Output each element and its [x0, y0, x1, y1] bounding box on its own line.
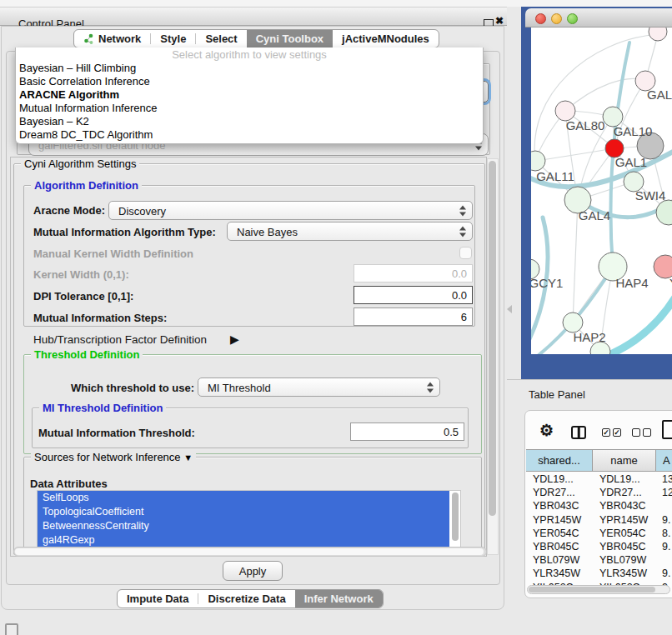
network-node-y[interactable] — [654, 255, 672, 278]
node-label-gal80: GAL80 — [566, 118, 605, 132]
table-cell: YER054C — [525, 527, 593, 540]
sources-collapse-icon[interactable]: ▼ — [183, 452, 193, 462]
hub-definition-label: Hub/Transcription Factor Definition — [33, 333, 207, 346]
kernel-width-value: 0.0 — [452, 268, 467, 280]
table-row[interactable]: YER054CYER054C8. — [525, 527, 672, 540]
mi-threshold-label: Mutual Information Threshold: — [38, 427, 195, 439]
table-panel-card: ⚙ ✓ ✓ shared... name A YDL19...YDL19...1… — [524, 410, 672, 598]
apply-button[interactable]: Apply — [223, 561, 283, 581]
attribute-item-selfloops[interactable]: SelfLoops — [38, 491, 449, 505]
tab-jactivemnodules[interactable]: jActiveMNodules — [333, 30, 439, 48]
manual-kernel-width-checkbox[interactable] — [459, 247, 472, 259]
gear-icon[interactable]: ⚙ — [539, 421, 554, 440]
mi-steps-value: 6 — [461, 311, 467, 323]
node-label-gal11: GAL11 — [536, 169, 574, 183]
checked-box-icon[interactable]: ✓ — [602, 428, 610, 437]
table-cell: YBR043C — [593, 499, 656, 512]
tab-cyni-toolbox[interactable]: Cyni Toolbox — [247, 30, 333, 48]
minimize-traffic-light-icon[interactable] — [551, 13, 562, 24]
node-label-gal: GAL — [647, 88, 672, 102]
unchecked-box-icon[interactable] — [632, 428, 640, 437]
tab-cyni-toolbox-label: Cyni Toolbox — [256, 32, 323, 45]
tab-infer-network-label: Infer Network — [304, 592, 374, 605]
network-window-titlebar[interactable] — [525, 8, 672, 28]
data-attributes-label: Data Attributes — [30, 478, 108, 490]
column-header-name[interactable]: name — [593, 449, 656, 472]
which-threshold-combo[interactable]: MI Threshold — [198, 378, 440, 397]
hub-expander-icon[interactable]: ▶ — [230, 332, 239, 346]
panel-divider — [507, 379, 672, 380]
column-header-shared-name[interactable]: shared... — [526, 449, 593, 472]
column-header-partial[interactable]: A — [656, 449, 672, 472]
network-edge — [535, 148, 614, 161]
table-cell — [656, 499, 672, 512]
combo-stepper-icon — [459, 226, 466, 237]
column-header-label: A — [663, 454, 670, 467]
zoom-traffic-light-icon[interactable] — [567, 13, 578, 24]
table-row[interactable]: YBR043CYBR043C — [525, 499, 672, 512]
table-row[interactable]: YDR27...YDR27...12 — [525, 486, 672, 499]
attribute-item-gal4rgexp[interactable]: gal4RGexp — [38, 533, 449, 548]
kernel-width-field[interactable]: 0.0 — [354, 264, 473, 282]
mi-algorithm-type-combo[interactable]: Naive Bayes — [227, 222, 473, 241]
attribute-item-betweennesscentrality[interactable]: BetweennessCentrality — [38, 519, 449, 533]
apply-button-label: Apply — [239, 565, 267, 578]
minimized-panel-icon[interactable] — [5, 623, 18, 635]
vertical-scrollbar-thumb[interactable] — [489, 161, 496, 516]
tab-style-label: Style — [160, 32, 186, 45]
table-cell: YDR27... — [593, 486, 656, 499]
checked-box-icon[interactable]: ✓ — [613, 428, 621, 437]
network-canvas[interactable]: GALGAL80GAL10GAL1GAL11SWI4GAL4GCY1HAP4YH… — [531, 28, 672, 354]
table-cell: 9. — [656, 513, 672, 527]
algorithm-option-bayesian-k2[interactable]: Bayesian – K2 — [16, 115, 483, 128]
dpi-tolerance-field[interactable]: 0.0 — [354, 286, 473, 304]
algorithm-option-basic-correlation-inference[interactable]: Basic Correlation Inference — [16, 75, 483, 88]
unchecked-box-icon[interactable] — [643, 428, 651, 437]
tab-discretize-data[interactable]: Discretize Data — [198, 590, 294, 608]
control-panel-tabbar: Network Style Select Cyni Toolbox jActiv… — [73, 29, 439, 48]
table-row[interactable]: YLR345WYLR345W9. — [525, 567, 672, 580]
algorithm-option-bayesian-hill-climbing[interactable]: Bayesian – Hill Climbing — [16, 62, 483, 75]
bottom-tabbar: Impute Data Discretize Data Infer Networ… — [117, 589, 384, 608]
tab-infer-network[interactable]: Infer Network — [295, 590, 383, 608]
close-traffic-light-icon[interactable] — [535, 13, 546, 24]
tab-impute-data[interactable]: Impute Data — [118, 590, 198, 608]
algorithm-definition-title: Algorithm Definition — [31, 179, 142, 192]
tab-select-label: Select — [205, 32, 237, 45]
mi-threshold-field[interactable]: 0.5 — [350, 422, 464, 441]
table-cell: YBR043C — [525, 499, 593, 512]
node-table[interactable]: YDL19...YDL19...13YDR27...YDR27...12YBR0… — [525, 472, 672, 586]
mi-steps-field[interactable]: 6 — [354, 308, 473, 326]
aracne-mode-value: Discovery — [118, 204, 166, 217]
close-icon[interactable]: ✖ — [495, 15, 504, 27]
tab-select[interactable]: Select — [196, 30, 246, 48]
columns-icon[interactable] — [571, 426, 586, 439]
sources-title-wrap: Sources for Network Inference ▼ — [31, 451, 196, 463]
tab-network[interactable]: Network — [74, 30, 150, 48]
aracne-mode-combo[interactable]: Discovery — [108, 201, 473, 220]
data-attributes-list[interactable]: SelfLoopsTopologicalCoefficientBetweenne… — [37, 490, 461, 548]
splitter-collapse-icon[interactable] — [507, 305, 512, 313]
table-row[interactable]: YDL19...YDL19...13 — [525, 472, 672, 486]
column-header-label: name — [610, 454, 638, 467]
network-edge — [603, 296, 672, 354]
dpi-tolerance-label: DPI Tolerance [0,1]: — [33, 290, 133, 302]
algorithm-option-mutual-information-inference[interactable]: Mutual Information Inference — [16, 102, 483, 115]
network-node[interactable] — [649, 28, 667, 41]
algorithm-option-aracne-algorithm[interactable]: ARACNE Algorithm — [16, 88, 483, 102]
table-row[interactable]: YBL079WYBL079W — [525, 553, 672, 567]
node-label-swi4: SWI4 — [635, 188, 666, 202]
table-row[interactable]: YBR045CYBR045C9. — [525, 540, 672, 553]
node-label-gal4: GAL4 — [579, 208, 610, 222]
table-row[interactable]: YPR145WYPR145W9. — [525, 513, 672, 527]
attribute-item-topologicalcoefficient[interactable]: TopologicalCoefficient — [38, 505, 449, 519]
table-horizontal-scrollbar-thumb[interactable] — [529, 587, 655, 592]
network-node[interactable] — [656, 200, 672, 225]
which-threshold-label: Which threshold to use: — [71, 382, 194, 394]
file-icon[interactable] — [662, 420, 672, 439]
mi-algorithm-type-label: Mutual Information Algorithm Type: — [33, 226, 216, 238]
horizontal-scrollbar-thumb[interactable] — [15, 548, 484, 555]
tab-style[interactable]: Style — [151, 30, 195, 48]
attributes-scrollbar-thumb[interactable] — [452, 492, 459, 541]
algorithm-option-dream8-dc-tdc-algorithm[interactable]: Dream8 DC_TDC Algorithm — [16, 128, 483, 142]
